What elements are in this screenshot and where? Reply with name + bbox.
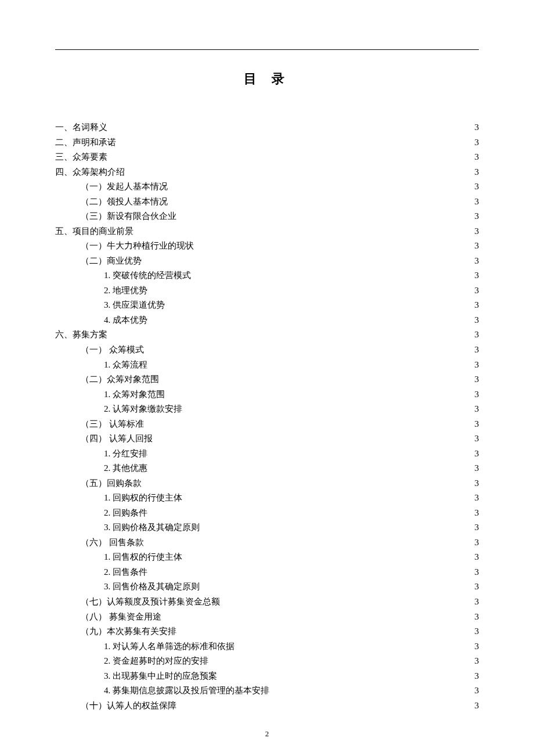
toc-entry-text: （二）众筹对象范围 (81, 372, 159, 387)
toc-leader-dots (269, 685, 473, 693)
toc-entry-page: 3 (473, 668, 479, 683)
toc-leader-dots (182, 403, 473, 412)
toc-leader-dots (144, 537, 474, 545)
toc-leader-dots (144, 417, 474, 426)
toc-entry: 2. 认筹对象缴款安排3 (55, 401, 479, 416)
toc-entry-page: 3 (473, 639, 479, 654)
toc-entry: 3. 供应渠道优势3 (55, 297, 479, 312)
toc-entry-page: 3 (473, 268, 479, 283)
toc-entry: 1. 众筹流程3 (55, 357, 479, 372)
toc-entry: （六） 回售条款3 (55, 535, 479, 550)
toc-leader-dots (107, 329, 473, 337)
table-of-contents: 一、名词释义3二、声明和承诺3三、众筹要素3四、众筹架构介绍3（一）发起人基本情… (55, 120, 479, 712)
toc-entry-text: （二）商业优势 (81, 253, 142, 268)
toc-entry-page: 3 (473, 179, 479, 194)
toc-entry-text: 五、项目的商业前景 (55, 224, 134, 239)
toc-leader-dots (176, 700, 473, 708)
toc-entry-page: 3 (473, 208, 479, 224)
toc-entry-page: 3 (473, 490, 479, 505)
toc-entry: （二）商业优势3 (55, 253, 479, 268)
toc-entry: （七）认筹额度及预计募集资金总额3 (55, 594, 479, 609)
toc-entry-page: 3 (473, 342, 479, 357)
document-page: 目 录 一、名词释义3二、声明和承诺3三、众筹要素3四、众筹架构介绍3（一）发起… (0, 0, 534, 756)
toc-entry-page: 3 (473, 194, 479, 209)
toc-leader-dots (147, 462, 473, 471)
toc-leader-dots (147, 285, 473, 293)
toc-entry: （四） 认筹人回报3 (55, 431, 479, 446)
toc-entry-page: 3 (473, 253, 479, 268)
toc-leader-dots (161, 610, 474, 619)
toc-entry-text: （四） 认筹人回报 (81, 431, 153, 446)
toc-entry-page: 3 (473, 224, 479, 239)
toc-entry: 1. 突破传统的经营模式3 (55, 268, 479, 283)
toc-entry-text: （七）认筹额度及预计募集资金总额 (81, 594, 220, 609)
toc-leader-dots (165, 388, 473, 397)
toc-entry-text: 2. 回售条件 (104, 564, 147, 579)
toc-entry-page: 3 (473, 520, 479, 535)
toc-entry-text: 2. 资金超募时的对应的安排 (104, 653, 208, 668)
toc-entry-page: 3 (473, 609, 479, 624)
toc-entry-text: （一）牛大力种植行业的现状 (81, 238, 194, 253)
toc-entry-text: 3. 回购价格及其确定原则 (104, 520, 200, 535)
toc-entry-page: 3 (473, 312, 479, 327)
toc-entry-text: 1. 众筹对象范围 (104, 387, 165, 402)
toc-entry: 四、众筹架构介绍3 (55, 164, 479, 179)
toc-leader-dots (147, 358, 473, 367)
toc-entry: （三）新设有限合伙企业3 (55, 208, 479, 224)
toc-leader-dots (200, 581, 473, 589)
page-number: 2 (0, 729, 534, 739)
toc-leader-dots (217, 669, 473, 678)
toc-entry-text: 1. 分红安排 (104, 446, 147, 461)
toc-entry-page: 3 (473, 505, 479, 520)
toc-entry-page: 3 (473, 120, 479, 135)
toc-entry-page: 3 (473, 579, 479, 594)
toc-leader-dots (107, 151, 473, 160)
toc-leader-dots (200, 521, 473, 530)
toc-entry-text: 1. 对认筹人名单筛选的标准和依据 (104, 639, 234, 654)
toc-leader-dots (147, 507, 473, 516)
toc-leader-dots (134, 225, 473, 234)
toc-entry: 2. 地理优势3 (55, 283, 479, 298)
toc-entry-text: （八） 募集资金用途 (81, 609, 161, 624)
toc-entry: 2. 资金超募时的对应的安排3 (55, 653, 479, 668)
toc-entry: 3. 出现募集中止时的应急预案3 (55, 668, 479, 683)
toc-entry: 六、募集方案3 (55, 327, 479, 342)
toc-leader-dots (159, 373, 473, 382)
toc-entry-text: 2. 回购条件 (104, 505, 147, 520)
toc-entry-page: 3 (473, 446, 479, 461)
toc-entry: 2. 其他优惠3 (55, 460, 479, 476)
toc-entry-page: 3 (473, 297, 479, 312)
toc-leader-dots (144, 344, 474, 352)
toc-entry-text: 1. 回购权的行使主体 (104, 490, 182, 505)
toc-entry-text: 4. 成本优势 (104, 312, 147, 327)
toc-entry-text: 4. 募集期信息披露以及投后管理的基本安排 (104, 683, 269, 698)
toc-entry: （八） 募集资金用途3 (55, 609, 479, 624)
toc-entry: （一）牛大力种植行业的现状3 (55, 238, 479, 253)
toc-leader-dots (153, 433, 474, 441)
toc-leader-dots (182, 492, 473, 501)
toc-entry: 4. 成本优势3 (55, 312, 479, 327)
toc-leader-dots (194, 240, 473, 249)
toc-entry: （二）领投人基本情况3 (55, 194, 479, 209)
toc-entry-page: 3 (473, 431, 479, 446)
toc-entry-text: （一） 众筹模式 (81, 342, 144, 357)
toc-entry-text: （九）本次募集有关安排 (81, 624, 176, 639)
toc-leader-dots (168, 181, 473, 189)
toc-leader-dots (176, 210, 473, 219)
toc-entry-text: （十）认筹人的权益保障 (81, 698, 176, 713)
toc-leader-dots (147, 448, 473, 456)
toc-entry-page: 3 (473, 283, 479, 298)
toc-entry-text: 1. 众筹流程 (104, 357, 147, 372)
toc-entry-text: 一、名词释义 (55, 120, 107, 135)
toc-entry-text: 3. 出现募集中止时的应急预案 (104, 668, 217, 683)
toc-entry: 二、声明和承诺3 (55, 135, 479, 150)
toc-entry: （十）认筹人的权益保障3 (55, 698, 479, 713)
toc-entry-text: （二）领投人基本情况 (81, 194, 168, 209)
toc-entry-page: 3 (473, 327, 479, 342)
toc-entry-page: 3 (473, 387, 479, 402)
toc-entry-page: 3 (473, 624, 479, 639)
toc-entry: 1. 回售权的行使主体3 (55, 549, 479, 564)
toc-entry: （五）回购条款3 (55, 476, 479, 491)
toc-entry: 五、项目的商业前景3 (55, 224, 479, 239)
toc-leader-dots (142, 255, 473, 264)
